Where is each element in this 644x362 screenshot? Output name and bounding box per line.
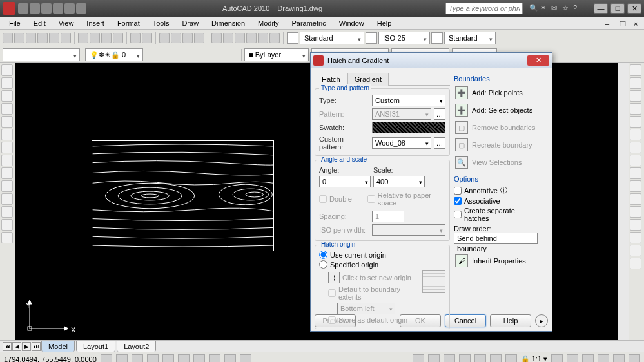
select-objects-button[interactable]: ➕Add: Select objects (454, 102, 538, 118)
scale-icon[interactable] (630, 155, 641, 166)
tablestyle-icon[interactable] (431, 32, 443, 44)
help-button[interactable]: Help (490, 314, 531, 327)
favorite-icon[interactable]: ☆ (562, 4, 571, 13)
extend-icon[interactable] (630, 193, 641, 205)
markup-icon[interactable] (258, 33, 268, 43)
close-button[interactable]: ✕ (627, 3, 641, 14)
menu-help[interactable]: Help (372, 18, 397, 28)
line-icon[interactable] (1, 64, 13, 76)
quickview-drawings-icon[interactable] (444, 354, 455, 363)
chamfer-icon[interactable] (630, 232, 641, 243)
qat-undo-icon[interactable] (53, 3, 63, 14)
point-icon[interactable] (1, 232, 13, 243)
redo-icon[interactable] (142, 33, 152, 43)
polygon-icon[interactable] (1, 90, 13, 102)
save-icon[interactable] (26, 33, 36, 43)
menu-draw[interactable]: Draw (177, 18, 204, 28)
help-icon[interactable]: ? (573, 4, 582, 13)
quickcalc-icon[interactable] (269, 33, 280, 43)
doc-close-button[interactable]: × (629, 19, 640, 28)
maximize-button[interactable]: □ (610, 3, 625, 14)
textstyle-dropdown[interactable]: Standard (300, 32, 364, 44)
break-icon[interactable] (630, 206, 641, 218)
rotate-icon[interactable] (630, 142, 641, 153)
steering-icon[interactable] (490, 354, 502, 363)
gradient-icon[interactable] (1, 180, 13, 192)
lwt-icon[interactable] (224, 354, 236, 363)
info-icon[interactable]: ⓘ (500, 186, 507, 195)
tab-next-icon[interactable]: ▶ (22, 342, 31, 351)
arc-icon[interactable] (1, 116, 13, 128)
copy-icon[interactable] (90, 33, 100, 43)
move-icon[interactable] (630, 129, 641, 140)
expand-button[interactable]: ▸ (535, 314, 548, 327)
table-icon[interactable] (1, 206, 13, 218)
type-dropdown[interactable]: Custom (372, 95, 445, 106)
preview-icon[interactable] (49, 33, 59, 43)
vertical-scrollbar[interactable] (618, 63, 629, 340)
minimize-button[interactable]: — (594, 3, 608, 14)
snap-icon[interactable] (101, 354, 112, 363)
scale-dropdown[interactable]: 400 (373, 176, 425, 187)
draw-order-dropdown[interactable]: Send behind boundary (454, 233, 538, 244)
publish-icon[interactable] (61, 33, 71, 43)
angle-dropdown[interactable]: 0 (319, 176, 371, 187)
qat-save-icon[interactable] (41, 3, 52, 14)
copy-obj-icon[interactable] (630, 77, 641, 89)
cleanscreen-icon[interactable] (629, 354, 640, 363)
pattern-browse-button[interactable]: … (434, 108, 445, 120)
custom-pattern-dropdown[interactable]: Wood_08 (372, 137, 431, 149)
quickview-layouts-icon[interactable] (428, 354, 440, 363)
sheetset-icon[interactable] (246, 33, 257, 43)
tab-model[interactable]: Model (41, 341, 75, 352)
tablestyle-dropdown[interactable]: Standard (444, 32, 496, 44)
ellipse-icon[interactable] (1, 155, 13, 166)
polar-icon[interactable] (147, 354, 159, 363)
tab-layout2[interactable]: Layout2 (117, 341, 156, 352)
menu-parametric[interactable]: Parametric (286, 18, 331, 28)
comm-icon[interactable]: ✉ (551, 4, 560, 13)
osnap-icon[interactable] (162, 354, 174, 363)
hardware-accel-icon[interactable] (598, 354, 609, 363)
hatch-icon[interactable] (1, 167, 13, 179)
pan-icon[interactable] (159, 33, 170, 43)
help-search-input[interactable] (445, 3, 523, 14)
menu-file[interactable]: File (4, 18, 26, 28)
array-icon[interactable] (630, 116, 641, 128)
toolpalettes-icon[interactable] (235, 33, 245, 43)
search-icon[interactable]: 🔍 (529, 4, 538, 13)
dialog-close-button[interactable]: ✕ (527, 55, 549, 66)
tab-first-icon[interactable]: ⏮ (3, 342, 12, 351)
tab-gradient[interactable]: Gradient (347, 73, 389, 86)
rectangle-icon[interactable] (1, 103, 13, 115)
qat-print-icon[interactable] (76, 3, 86, 14)
dyn-icon[interactable] (209, 354, 220, 363)
stretch-icon[interactable] (630, 167, 641, 179)
otrack-icon[interactable] (178, 354, 190, 363)
cancel-button[interactable]: Cancel (445, 314, 486, 327)
match-icon[interactable] (113, 33, 123, 43)
dimstyle-icon[interactable] (366, 32, 377, 44)
doc-restore-button[interactable]: ❐ (614, 19, 626, 28)
trim-icon[interactable] (630, 180, 641, 192)
menu-edit[interactable]: Edit (28, 18, 51, 28)
menu-window[interactable]: Window (334, 18, 369, 28)
ducs-icon[interactable] (193, 354, 205, 363)
menu-modify[interactable]: Modify (253, 18, 284, 28)
anno-scale[interactable]: 🔒 1:1 ▾ (521, 355, 547, 362)
tab-prev-icon[interactable]: ◀ (12, 342, 21, 351)
fillet-icon[interactable] (630, 245, 641, 256)
workspace-icon[interactable] (567, 354, 578, 363)
undo-icon[interactable] (130, 33, 141, 43)
pan2-icon[interactable] (459, 354, 471, 363)
cut-icon[interactable] (78, 33, 88, 43)
explode-icon[interactable] (630, 258, 641, 269)
separate-hatches-checkbox[interactable]: Create separate hatches (454, 207, 538, 222)
anno-vis-icon[interactable] (551, 354, 563, 363)
use-current-origin-radio[interactable]: Use current origin (319, 251, 445, 259)
custom-browse-button[interactable]: … (434, 137, 445, 149)
circle-icon[interactable] (1, 129, 13, 140)
properties-icon[interactable] (211, 33, 222, 43)
swatch-preview[interactable] (372, 122, 445, 133)
qat-redo-icon[interactable] (64, 3, 75, 14)
